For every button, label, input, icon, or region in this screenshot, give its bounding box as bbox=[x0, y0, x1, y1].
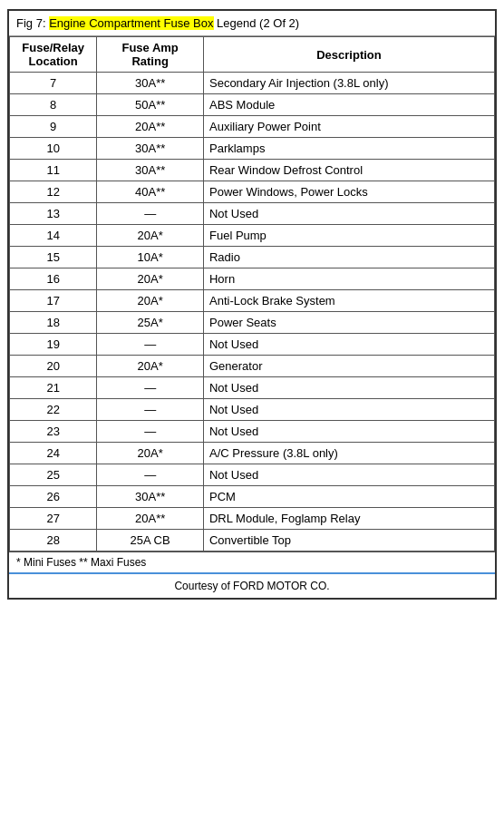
cell-amp: — bbox=[97, 464, 204, 486]
cell-description: Radio bbox=[203, 247, 494, 268]
title-highlight: Engine Compartment Fuse Box bbox=[49, 16, 213, 30]
cell-amp: 20A* bbox=[97, 225, 204, 247]
cell-location: 21 bbox=[10, 377, 97, 399]
cell-location: 13 bbox=[10, 203, 97, 225]
cell-location: 28 bbox=[10, 530, 97, 552]
cell-location: 27 bbox=[10, 508, 97, 530]
cell-description: ABS Module bbox=[203, 94, 494, 116]
cell-description: Parklamps bbox=[203, 138, 494, 160]
cell-description: Fuel Pump bbox=[203, 225, 494, 247]
cell-amp: — bbox=[97, 377, 204, 399]
table-row: 920A**Auxiliary Power Point bbox=[10, 116, 495, 138]
cell-description: Convertible Top bbox=[203, 530, 494, 552]
cell-description: Horn bbox=[203, 268, 494, 290]
cell-description: Not Used bbox=[203, 203, 494, 225]
cell-location: 10 bbox=[10, 138, 97, 160]
table-row: 25—Not Used bbox=[10, 464, 495, 486]
table-row: 2420A*A/C Pressure (3.8L only) bbox=[10, 443, 495, 464]
cell-description: Not Used bbox=[203, 421, 494, 443]
cell-amp: 20A* bbox=[97, 290, 204, 312]
cell-location: 25 bbox=[10, 464, 97, 486]
cell-description: Auxiliary Power Point bbox=[203, 116, 494, 138]
table-row: 1510A*Radio bbox=[10, 247, 495, 268]
cell-description: Secondary Air Injection (3.8L only) bbox=[203, 73, 494, 94]
cell-description: Not Used bbox=[203, 464, 494, 486]
cell-location: 16 bbox=[10, 268, 97, 290]
cell-location: 18 bbox=[10, 312, 97, 334]
courtesy-bar: Courtesy of FORD MOTOR CO. bbox=[9, 572, 495, 598]
cell-amp: — bbox=[97, 203, 204, 225]
title-prefix: Fig 7: bbox=[16, 16, 49, 30]
cell-location: 20 bbox=[10, 356, 97, 377]
cell-amp: 20A** bbox=[97, 116, 204, 138]
table-row: 1240A**Power Windows, Power Locks bbox=[10, 181, 495, 203]
cell-description: Power Seats bbox=[203, 312, 494, 334]
table-row: 19—Not Used bbox=[10, 334, 495, 356]
cell-description: Not Used bbox=[203, 377, 494, 399]
cell-description: Rear Window Defrost Control bbox=[203, 160, 494, 181]
cell-location: 17 bbox=[10, 290, 97, 312]
table-row: 1030A**Parklamps bbox=[10, 138, 495, 160]
cell-amp: — bbox=[97, 399, 204, 421]
cell-amp: 25A* bbox=[97, 312, 204, 334]
cell-location: 12 bbox=[10, 181, 97, 203]
cell-description: PCM bbox=[203, 486, 494, 508]
table-row: 1620A*Horn bbox=[10, 268, 495, 290]
cell-location: 19 bbox=[10, 334, 97, 356]
cell-location: 24 bbox=[10, 443, 97, 464]
cell-location: 7 bbox=[10, 73, 97, 94]
cell-description: A/C Pressure (3.8L only) bbox=[203, 443, 494, 464]
cell-description: Generator bbox=[203, 356, 494, 377]
table-row: 2825A CBConvertible Top bbox=[10, 530, 495, 552]
fuse-table: Fuse/Relay Location Fuse Amp Rating Desc… bbox=[9, 36, 495, 552]
cell-amp: 20A* bbox=[97, 268, 204, 290]
header-amp: Fuse Amp Rating bbox=[97, 37, 204, 73]
cell-description: Anti-Lock Brake System bbox=[203, 290, 494, 312]
cell-description: Not Used bbox=[203, 399, 494, 421]
table-row: 2720A**DRL Module, Foglamp Relay bbox=[10, 508, 495, 530]
cell-amp: — bbox=[97, 334, 204, 356]
cell-amp: 20A* bbox=[97, 356, 204, 377]
cell-amp: 30A** bbox=[97, 138, 204, 160]
cell-location: 22 bbox=[10, 399, 97, 421]
cell-location: 15 bbox=[10, 247, 97, 268]
cell-description: DRL Module, Foglamp Relay bbox=[203, 508, 494, 530]
cell-amp: 50A** bbox=[97, 94, 204, 116]
cell-amp: 30A** bbox=[97, 486, 204, 508]
cell-amp: — bbox=[97, 421, 204, 443]
cell-amp: 20A* bbox=[97, 443, 204, 464]
cell-amp: 40A** bbox=[97, 181, 204, 203]
table-row: 21—Not Used bbox=[10, 377, 495, 399]
cell-amp: 10A* bbox=[97, 247, 204, 268]
table-row: 2630A**PCM bbox=[10, 486, 495, 508]
cell-location: 8 bbox=[10, 94, 97, 116]
cell-location: 14 bbox=[10, 225, 97, 247]
main-container: Fig 7: Engine Compartment Fuse Box Legen… bbox=[7, 9, 497, 600]
table-row: 1825A*Power Seats bbox=[10, 312, 495, 334]
table-row: 850A**ABS Module bbox=[10, 94, 495, 116]
footer-note: * Mini Fuses ** Maxi Fuses bbox=[9, 552, 495, 572]
table-row: 1130A**Rear Window Defrost Control bbox=[10, 160, 495, 181]
cell-amp: 30A** bbox=[97, 160, 204, 181]
title-suffix: Legend (2 Of 2) bbox=[214, 16, 300, 30]
header-location: Fuse/Relay Location bbox=[10, 37, 97, 73]
cell-location: 23 bbox=[10, 421, 97, 443]
cell-description: Power Windows, Power Locks bbox=[203, 181, 494, 203]
table-row: 22—Not Used bbox=[10, 399, 495, 421]
cell-location: 9 bbox=[10, 116, 97, 138]
cell-amp: 30A** bbox=[97, 73, 204, 94]
cell-amp: 20A** bbox=[97, 508, 204, 530]
table-row: 730A**Secondary Air Injection (3.8L only… bbox=[10, 73, 495, 94]
header-description: Description bbox=[203, 37, 494, 73]
cell-amp: 25A CB bbox=[97, 530, 204, 552]
cell-location: 26 bbox=[10, 486, 97, 508]
cell-location: 11 bbox=[10, 160, 97, 181]
table-row: 1420A*Fuel Pump bbox=[10, 225, 495, 247]
table-row: 1720A*Anti-Lock Brake System bbox=[10, 290, 495, 312]
table-row: 13—Not Used bbox=[10, 203, 495, 225]
cell-description: Not Used bbox=[203, 334, 494, 356]
table-header-row: Fuse/Relay Location Fuse Amp Rating Desc… bbox=[10, 37, 495, 73]
title-bar: Fig 7: Engine Compartment Fuse Box Legen… bbox=[9, 11, 495, 36]
table-row: 2020A*Generator bbox=[10, 356, 495, 377]
table-row: 23—Not Used bbox=[10, 421, 495, 443]
